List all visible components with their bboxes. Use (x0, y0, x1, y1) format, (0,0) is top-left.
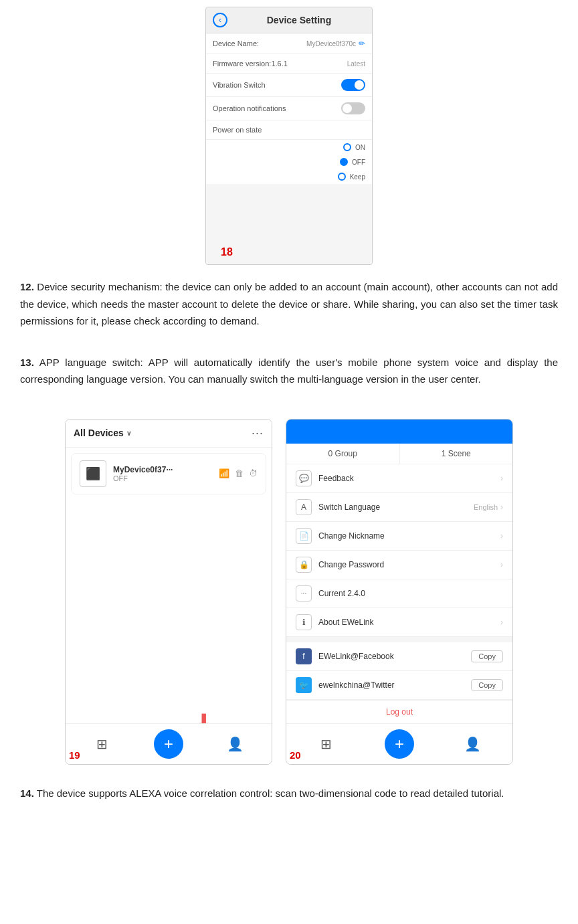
radio-on-row: ON (206, 140, 372, 155)
version-icon: ··· (296, 585, 312, 602)
p20-grid-icon[interactable]: ⊞ (316, 733, 337, 755)
operations-row: Operation notifications (206, 97, 372, 120)
facebook-label: EWeLink@Facebook (318, 652, 471, 661)
operations-toggle[interactable] (341, 102, 365, 114)
menu-item-version: ··· Current 2.4.0 (286, 579, 512, 608)
edit-icon[interactable]: ✏ (359, 39, 365, 48)
firmware-latest: Latest (347, 60, 365, 68)
para-12-text: Device security mechanism: the device ca… (20, 281, 558, 327)
twitter-copy-button[interactable]: Copy (471, 679, 503, 691)
device-info: MyDevice0f37··· OFF (113, 465, 212, 482)
feedback-label: Feedback (318, 474, 500, 483)
operations-label: Operation notifications (213, 104, 341, 112)
para-13-text: APP language switch: APP will automatica… (20, 357, 558, 385)
radio-keep-row: Keep (206, 169, 372, 184)
password-arrow: › (500, 560, 503, 569)
menu-item-feedback[interactable]: 💬 Feedback › (286, 464, 512, 493)
facebook-icon: f (296, 648, 312, 664)
para-12-num: 12. (20, 281, 34, 292)
radio-off[interactable] (340, 158, 348, 166)
device-name-row: Device Name: MyDevice0f370c ✏ (206, 33, 372, 54)
switch-icon: ⬛ (86, 466, 100, 481)
feedback-arrow: › (500, 474, 503, 483)
radio-keep-label: Keep (350, 173, 365, 181)
radio-keep[interactable] (338, 173, 346, 181)
all-devices-label: All Devices (74, 428, 124, 438)
menu-item-facebook: f EWeLink@Facebook Copy (286, 642, 512, 671)
twitter-icon: 🐦 (296, 677, 312, 693)
facebook-copy-button[interactable]: Copy (471, 650, 503, 662)
p20-user-icon[interactable]: 👤 (462, 733, 483, 755)
trash-icon[interactable]: 🗑 (235, 468, 244, 478)
logout-row[interactable]: Log out (286, 700, 512, 723)
all-devices-title: All Devices ∨ (74, 428, 131, 438)
spacer (286, 637, 512, 642)
feedback-icon: 💬 (296, 470, 312, 486)
grid-icon[interactable]: ⊞ (92, 733, 113, 755)
screenshot-number-19: 19 (69, 749, 80, 761)
logout-label: Log out (386, 707, 413, 717)
radio-on[interactable] (343, 143, 351, 151)
device-actions: 📶 🗑 ⏱ (219, 468, 258, 478)
phone-header: ‹ Device Setting (206, 7, 372, 33)
screenshot-number-18: 18 (221, 246, 233, 258)
device-name-text: MyDevice0f37··· (113, 465, 212, 474)
vibration-toggle[interactable] (341, 79, 365, 91)
language-icon: A (296, 499, 312, 515)
menu-item-password[interactable]: 🔒 Change Password › (286, 551, 512, 579)
menu-item-about[interactable]: ℹ About EWeLink › (286, 608, 512, 637)
firmware-row: Firmware version:1.6.1 Latest (206, 54, 372, 74)
firmware-label: Firmware version:1.6.1 (213, 60, 347, 68)
vibration-row: Vibration Switch (206, 74, 372, 97)
menu-item-switch-language[interactable]: A Switch Language English › (286, 493, 512, 522)
top-screenshot-section: ‹ Device Setting Device Name: MyDevice0f… (0, 0, 578, 265)
phone-title: Device Setting (233, 15, 365, 25)
para-14-text: The device supports ALEXA voice correlat… (34, 788, 504, 799)
device-status-text: OFF (113, 474, 212, 482)
language-value: English (474, 503, 498, 511)
nickname-label: Change Nickname (318, 531, 500, 541)
phone-19-spacer (66, 500, 272, 540)
menu-item-nickname[interactable]: 📄 Change Nickname › (286, 522, 512, 551)
section-13: 13. APP language switch: APP will automa… (0, 354, 578, 412)
power-state-label: Power on state (213, 126, 365, 134)
timer-icon[interactable]: ⏱ (249, 468, 258, 478)
phone-20-topbar (286, 420, 512, 444)
device-name-label: Device Name: (213, 39, 306, 48)
group-count: 0 Group (286, 444, 400, 464)
chevron-down-icon: ∨ (126, 430, 131, 437)
password-icon: 🔒 (296, 557, 312, 573)
more-options-icon[interactable]: ··· (252, 426, 264, 440)
scene-count: 1 Scene (400, 444, 513, 464)
nickname-arrow: › (500, 531, 503, 541)
screenshots-row: All Devices ∨ ··· ⬛ MyDevice0f37··· OFF … (20, 419, 558, 765)
section-14: 14. The device supports ALEXA voice corr… (0, 778, 578, 826)
paragraph-12: 12. Device security mechanism: the devic… (20, 278, 558, 330)
screenshot-number-20: 20 (290, 749, 301, 761)
add-device-button[interactable]: + (154, 729, 183, 759)
phone-19-bottom: ⊞ + 👤 (66, 723, 272, 764)
user-icon[interactable]: 👤 (224, 733, 246, 755)
group-scene-row: 0 Group 1 Scene (286, 444, 512, 464)
language-arrow: › (500, 502, 503, 512)
section-12: 12. Device security mechanism: the devic… (0, 265, 578, 354)
phone-20: 0 Group 1 Scene 💬 Feedback › A Switch La… (286, 419, 513, 765)
device-icon: ⬛ (80, 460, 106, 487)
nickname-icon: 📄 (296, 528, 312, 544)
menu-item-twitter: 🐦 ewelnkchina@Twitter Copy (286, 671, 512, 700)
paragraph-13: 13. APP language switch: APP will automa… (20, 354, 558, 388)
about-label: About EWeLink (318, 618, 500, 627)
phone-20-bottom: ⊞ + 👤 (286, 723, 512, 764)
para-13-num: 13. (20, 357, 34, 368)
paragraph-14: 14. The device supports ALEXA voice corr… (20, 785, 558, 802)
phone-19: All Devices ∨ ··· ⬛ MyDevice0f37··· OFF … (65, 419, 272, 765)
radio-off-row: OFF (206, 155, 372, 169)
device-setting-phone: ‹ Device Setting Device Name: MyDevice0f… (205, 7, 373, 265)
about-arrow: › (500, 618, 503, 627)
back-button[interactable]: ‹ (213, 13, 227, 27)
p20-add-button[interactable]: + (385, 729, 414, 759)
vibration-label: Vibration Switch (213, 81, 341, 89)
para-14-num: 14. (20, 788, 34, 799)
version-label: Current 2.4.0 (318, 589, 503, 598)
password-label: Change Password (318, 560, 500, 569)
